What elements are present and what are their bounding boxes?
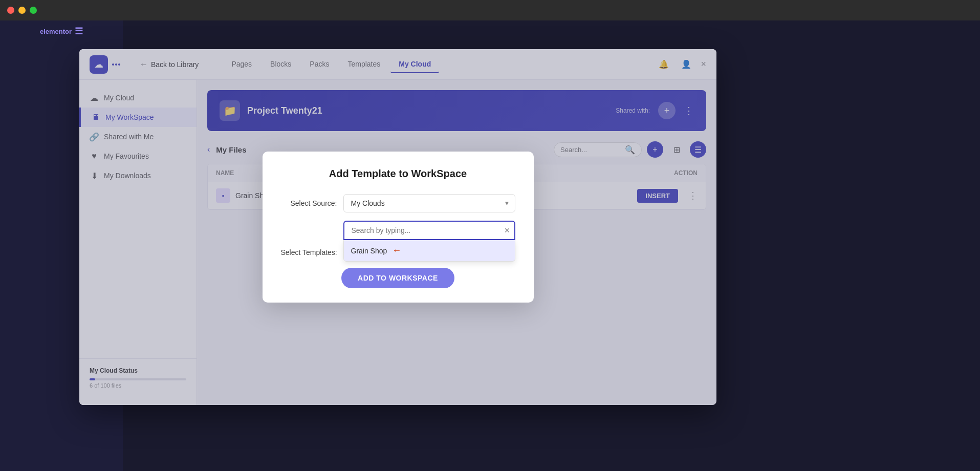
elementor-logo: elementor ☰ [40, 26, 83, 37]
mac-maximize-button[interactable] [30, 7, 37, 14]
elementor-logo-text: elementor [40, 28, 72, 35]
dropdown-item-grain-shop[interactable]: Grain Shop ← [344, 240, 515, 261]
source-select[interactable]: My Clouds My Library External [343, 194, 515, 212]
grain-shop-label: Grain Shop [351, 247, 387, 255]
mac-close-button[interactable] [7, 7, 14, 14]
clear-search-button[interactable]: ✕ [504, 226, 510, 234]
search-template-row: ✕ Grain Shop ← [281, 221, 515, 240]
select-source-label: Select Source: [281, 199, 337, 207]
modal-title: Add Template to WorkSpace [281, 168, 515, 180]
select-templates-label: Select Templates: [281, 248, 337, 256]
mac-titlebar [0, 0, 980, 20]
source-select-wrap: My Clouds My Library External ▼ [343, 194, 515, 212]
modal-footer: ADD TO WORKSPACE [281, 268, 515, 288]
arrow-indicator-icon: ← [392, 245, 401, 256]
select-source-row: Select Source: My Clouds My Library Exte… [281, 194, 515, 212]
template-dropdown-list: Grain Shop ← [343, 240, 515, 262]
search-dropdown-wrap: ✕ Grain Shop ← [343, 221, 515, 240]
modal-overlay: Add Template to WorkSpace Select Source:… [79, 49, 716, 405]
add-template-modal: Add Template to WorkSpace Select Source:… [263, 152, 534, 303]
mac-minimize-button[interactable] [18, 7, 26, 14]
template-search-input[interactable] [343, 221, 515, 240]
add-to-workspace-button[interactable]: ADD TO WORKSPACE [341, 268, 454, 288]
main-panel: ☁ ← Back to Library Pages Blocks Packs T… [79, 49, 716, 405]
